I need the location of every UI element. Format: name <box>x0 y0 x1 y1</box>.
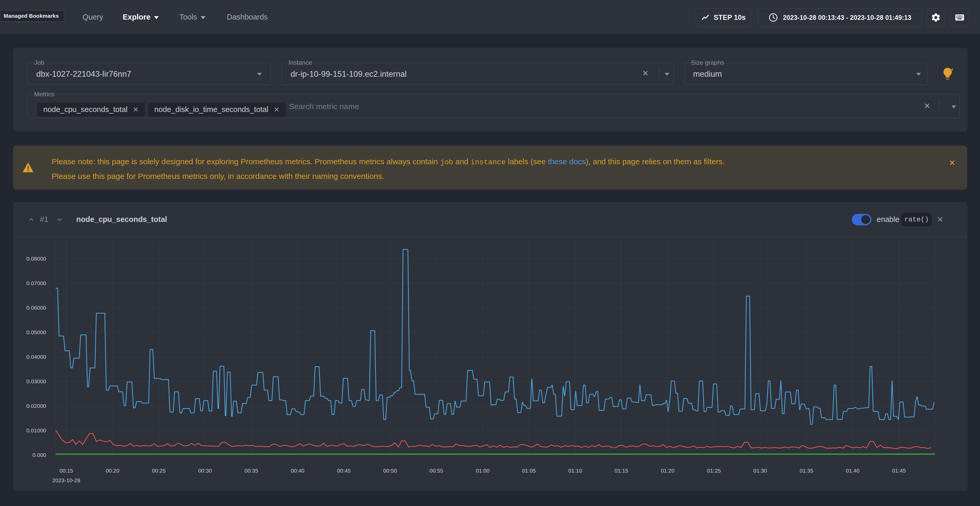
svg-text:00:50: 00:50 <box>383 468 397 474</box>
svg-text:01:30: 01:30 <box>753 468 767 474</box>
svg-text:01:15: 01:15 <box>614 468 628 474</box>
svg-text:0.06000: 0.06000 <box>26 305 46 311</box>
svg-text:00:20: 00:20 <box>106 468 119 474</box>
svg-text:01:20: 01:20 <box>661 468 675 474</box>
svg-text:0.08000: 0.08000 <box>26 256 46 262</box>
svg-text:0.07000: 0.07000 <box>26 280 46 286</box>
svg-text:00:30: 00:30 <box>198 468 212 474</box>
svg-text:01:40: 01:40 <box>846 468 860 474</box>
svg-text:01:25: 01:25 <box>707 468 721 474</box>
svg-text:01:10: 01:10 <box>568 468 582 474</box>
svg-text:01:00: 01:00 <box>476 468 490 474</box>
svg-text:00:40: 00:40 <box>291 468 305 474</box>
svg-text:0.03000: 0.03000 <box>26 378 46 384</box>
svg-text:0.01000: 0.01000 <box>26 427 46 433</box>
svg-text:00:15: 00:15 <box>59 468 73 474</box>
svg-text:2023-10-28: 2023-10-28 <box>52 477 80 483</box>
svg-text:0.04000: 0.04000 <box>26 354 46 360</box>
svg-text:00:25: 00:25 <box>152 468 166 474</box>
svg-text:01:45: 01:45 <box>892 468 906 474</box>
svg-text:01:35: 01:35 <box>800 468 813 474</box>
svg-text:00:45: 00:45 <box>337 468 351 474</box>
svg-text:0.000: 0.000 <box>32 452 46 458</box>
svg-text:0.02000: 0.02000 <box>26 403 46 409</box>
svg-text:0.05000: 0.05000 <box>26 329 46 335</box>
svg-text:01:05: 01:05 <box>522 468 536 474</box>
svg-text:00:55: 00:55 <box>430 468 443 474</box>
svg-text:00:35: 00:35 <box>245 468 258 474</box>
